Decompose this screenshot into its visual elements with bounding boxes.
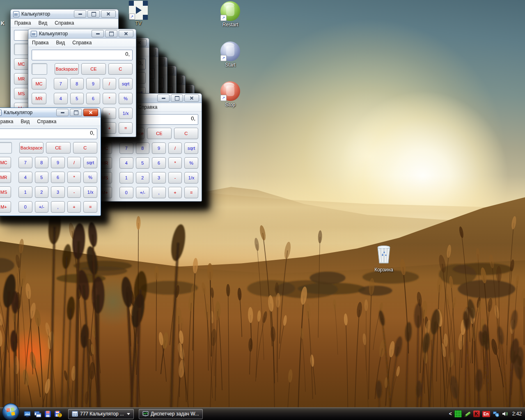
language-indicator[interactable]: En	[482, 411, 490, 417]
calc-button-plus[interactable]: +	[103, 122, 117, 134]
menu-help[interactable]: Справка	[51, 20, 78, 26]
calc-button-clear[interactable]: C	[108, 63, 133, 75]
clock[interactable]: 2:42	[512, 411, 522, 417]
calc-button-digit-1[interactable]: 1	[119, 172, 133, 184]
calc-button-digit-4[interactable]: 4	[119, 157, 133, 169]
floppy-warning-icon[interactable]	[54, 410, 62, 418]
calc-button-clear[interactable]: C	[174, 128, 198, 139]
minimize-button[interactable]	[74, 10, 86, 18]
calc-button-digit-0[interactable]: 0	[119, 187, 133, 198]
minimize-button[interactable]	[56, 109, 69, 116]
calc-button-digit-3[interactable]: 3	[51, 186, 65, 198]
calc-button-clear-entry[interactable]: CE	[81, 63, 105, 75]
calc-button-clear[interactable]: C	[73, 142, 97, 154]
calc-button-digit-3[interactable]: 3	[152, 172, 166, 184]
tv-shortcut[interactable]: ↗ TV	[126, 1, 150, 26]
calc-button-percent[interactable]: %	[119, 93, 133, 104]
calc-button-backspace[interactable]: Backspace	[55, 63, 79, 75]
close-button[interactable]	[101, 10, 116, 18]
menu-view[interactable]: Вид	[35, 20, 51, 26]
calc-button-digit-9[interactable]: 9	[152, 142, 166, 154]
minimize-button[interactable]	[92, 30, 104, 37]
maximize-button[interactable]	[171, 94, 183, 102]
close-button[interactable]	[83, 109, 98, 116]
calc-button-digit-7[interactable]: 7	[18, 157, 32, 168]
calc-button-backspace[interactable]: Backspace	[19, 142, 44, 154]
calc-button-memory-add[interactable]: M+	[0, 201, 11, 213]
calc-button-memory-store[interactable]: MS	[0, 186, 11, 198]
taskbar-button-task-manager[interactable]: Диспетчер задач W...	[139, 409, 203, 419]
calc-button-plus[interactable]: +	[168, 187, 182, 198]
calc-button-minus[interactable]: -	[67, 186, 81, 198]
calc-button-clear-entry[interactable]: CE	[147, 128, 171, 139]
calc-button-equals[interactable]: =	[184, 187, 198, 198]
calc-button-digit-8[interactable]: 8	[136, 142, 150, 154]
tray-expand-icon[interactable]: <	[449, 411, 452, 417]
calc-button-sqrt[interactable]: sqrt	[83, 157, 97, 168]
calc-button-digit-2[interactable]: 2	[35, 186, 49, 198]
maximize-button[interactable]	[70, 109, 82, 116]
calc-button-digit-7[interactable]: 7	[119, 142, 133, 154]
calc-button-divide[interactable]: /	[168, 142, 182, 154]
window-titlebar[interactable]: Калькулятор	[11, 9, 118, 19]
tray-antivirus-icon[interactable]: K	[473, 411, 480, 417]
calc-button-multiply[interactable]: *	[67, 172, 81, 183]
calc-button-equals[interactable]: =	[119, 122, 133, 134]
restart-shortcut[interactable]: ↗ Restart	[218, 1, 243, 28]
calc-button-sqrt[interactable]: sqrt	[119, 78, 133, 90]
menu-view[interactable]: Вид	[17, 119, 34, 124]
calc-button-memory-clear[interactable]: MC	[14, 58, 29, 70]
calc-button-digit-5[interactable]: 5	[35, 172, 49, 183]
maximize-button[interactable]	[105, 30, 117, 37]
taskbar-button-calculator-group[interactable]: 777 Калькулятор ...	[68, 409, 134, 419]
window-switcher-icon[interactable]	[34, 410, 41, 418]
calc-button-divide[interactable]: /	[67, 157, 81, 168]
tray-pencil-app-icon[interactable]	[464, 411, 471, 417]
tray-grid-app-icon[interactable]	[454, 410, 462, 418]
calc-button-multiply[interactable]: *	[168, 157, 182, 169]
start-shortcut[interactable]: ↗ Start	[218, 41, 243, 68]
calc-button-digit-5[interactable]: 5	[70, 93, 84, 104]
calc-button-memory-clear[interactable]: MC	[0, 157, 11, 168]
calc-button-equals[interactable]: =	[83, 201, 97, 213]
calc-button-digit-6[interactable]: 6	[86, 93, 100, 104]
calc-button-comma[interactable]: ,	[51, 201, 65, 213]
calc-button-divide[interactable]: /	[103, 78, 117, 90]
minimize-button[interactable]	[157, 94, 170, 102]
calc-button-digit-2[interactable]: 2	[136, 172, 150, 184]
calc-button-digit-0[interactable]: 0	[18, 201, 32, 213]
calc-button-digit-1[interactable]: 1	[18, 186, 32, 198]
calc-button-digit-9[interactable]: 9	[51, 157, 65, 168]
calc-button-percent[interactable]: %	[184, 157, 198, 169]
menu-help[interactable]: Справка	[69, 40, 95, 46]
calc-button-multiply[interactable]: *	[103, 93, 117, 104]
calc-button-digit-8[interactable]: 8	[70, 78, 84, 90]
calc-button-digit-5[interactable]: 5	[136, 157, 150, 169]
calc-button-memory-store[interactable]: MS	[14, 88, 29, 99]
calc-button-reciprocal[interactable]: 1/x	[119, 108, 133, 119]
calc-button-percent[interactable]: %	[83, 172, 97, 183]
calc-button-digit-9[interactable]: 9	[86, 78, 100, 90]
menu-help[interactable]: Справка	[33, 119, 60, 124]
window-titlebar[interactable]: Калькулятор	[28, 29, 136, 39]
start-button[interactable]	[2, 403, 20, 420]
calc-button-memory-recall[interactable]: MR	[32, 93, 46, 104]
save-floppy-icon[interactable]	[44, 410, 52, 418]
calc-button-digit-4[interactable]: 4	[18, 172, 32, 183]
maximize-button[interactable]	[87, 10, 100, 18]
calc-button-digit-7[interactable]: 7	[54, 78, 68, 90]
close-button[interactable]	[119, 30, 133, 37]
calc-button-minus[interactable]: -	[168, 172, 182, 184]
menu-edit[interactable]: Правка	[11, 20, 35, 26]
calc-button-digit-8[interactable]: 8	[35, 157, 49, 168]
menu-edit[interactable]: Правка	[28, 40, 53, 46]
calc-button-reciprocal[interactable]: 1/x	[184, 172, 198, 184]
calc-button-plus-minus[interactable]: +/-	[136, 187, 150, 198]
close-button[interactable]	[184, 94, 199, 102]
volume-icon[interactable]	[502, 411, 508, 417]
calc-button-memory-recall[interactable]: MR	[14, 73, 29, 85]
calc-button-plus[interactable]: +	[67, 201, 81, 213]
calc-button-comma[interactable]: ,	[152, 187, 166, 198]
menu-help[interactable]: Справка	[134, 104, 161, 110]
calc-button-sqrt[interactable]: sqrt	[184, 142, 198, 154]
